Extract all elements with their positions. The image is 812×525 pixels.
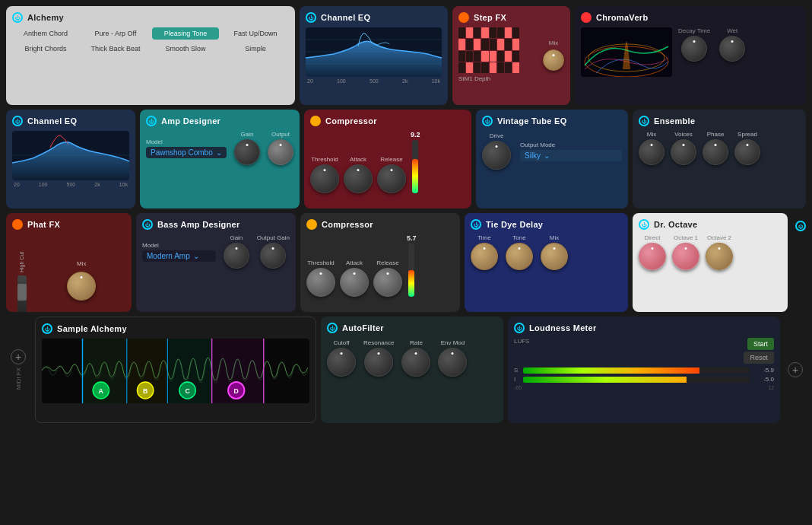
chroma-wet-label: Wet <box>727 27 737 34</box>
amp-model-select[interactable]: Pawnshop Combo ⌄ <box>146 147 227 158</box>
loudness-start-button[interactable]: Start <box>747 338 774 350</box>
auto-filter-power[interactable]: ⏻ <box>327 323 338 333</box>
bass-output-knob[interactable] <box>260 243 286 269</box>
comp-r2-attack-knob[interactable] <box>344 164 373 193</box>
tie-dye-tone-knob[interactable] <box>506 243 533 270</box>
dr-octave1-group: Octave 1 <box>672 234 699 270</box>
compressor-r2-power[interactable]: ⏻ <box>310 116 321 126</box>
loudness-s-row: S -5.9 <box>514 367 774 374</box>
comp-r3-attack-group: Attack <box>340 259 369 297</box>
loudness-i-bar <box>523 377 750 383</box>
comp-r2-attack-group: Attack <box>344 156 373 193</box>
loudness-min-label: -60 <box>514 385 522 390</box>
dr-direct-knob[interactable] <box>639 243 666 270</box>
chroma-decay-knob[interactable] <box>681 36 707 62</box>
preset-simple[interactable]: Simple <box>222 43 289 55</box>
ensemble-phase-knob[interactable] <box>703 139 728 165</box>
ensemble-voices-knob[interactable] <box>671 139 696 165</box>
compressor-r2-title: Compressor <box>325 116 377 126</box>
vintage-eq-power[interactable]: ⏻ <box>482 116 493 126</box>
dr-octave1-knob[interactable] <box>672 243 699 270</box>
bass-amp-power[interactable]: ⏻ <box>142 219 153 230</box>
chroma-wet-knob[interactable] <box>719 36 745 62</box>
alchemy-power[interactable]: ⏻ <box>12 12 23 23</box>
comp-r3-threshold-knob[interactable] <box>306 268 335 297</box>
loudness-reset-button[interactable]: Reset <box>744 352 774 364</box>
step-fx-power[interactable]: ⏻ <box>458 12 469 23</box>
comp-r2-release-knob[interactable] <box>377 164 406 193</box>
preset-fast-updown[interactable]: Fast Up/Down <box>222 27 289 40</box>
svg-text:C: C <box>185 387 190 395</box>
tie-dye-header: ⏻ Tie Dye Delay <box>471 219 622 230</box>
main-container: ⏻ Alchemy Anthem Chord Pure - Arp Off Pl… <box>0 0 812 525</box>
sample-alchemy-power[interactable]: ⏻ <box>42 323 52 334</box>
add-right-button[interactable]: + <box>788 362 803 377</box>
vintage-mode-select[interactable]: Silky ⌄ <box>520 150 622 161</box>
vintage-eq-header: ⏻ Vintage Tube EQ <box>482 116 622 126</box>
ensemble-power[interactable]: ⏻ <box>639 116 649 126</box>
phat-fx-power[interactable]: ⏻ <box>12 219 23 230</box>
channel-eq-r2-plugin: ⏻ Channel EQ 20 <box>6 110 135 208</box>
preset-pleasing-tone[interactable]: Pleasing Tone <box>152 27 219 40</box>
amp-output-knob[interactable] <box>268 139 293 165</box>
freq-r2-10k: 10k <box>119 182 128 187</box>
preset-thick-back[interactable]: Thick Back Beat <box>82 43 149 55</box>
chroma-decay-label: Decay Time <box>678 27 710 34</box>
channel-eq-r1-power[interactable]: ⏻ <box>306 12 316 23</box>
chroma-verb-title: ChromaVerb <box>596 13 648 22</box>
comp-r2-threshold-label: Threshold <box>311 156 338 163</box>
row1: ⏻ Alchemy Anthem Chord Pure - Arp Off Pl… <box>6 6 806 105</box>
sample-alchemy-waveform: A B C D <box>42 339 309 403</box>
step-fx-mix-knob[interactable] <box>543 49 564 71</box>
auto-filter-plugin: ⏻ AutoFilter Cutoff Resonance Rate Env M… <box>321 317 503 423</box>
comp-r3-attack-knob[interactable] <box>340 268 369 297</box>
af-resonance-group: Resonance <box>363 339 394 377</box>
loudness-power[interactable]: ⏻ <box>514 323 525 333</box>
af-resonance-knob[interactable] <box>364 348 393 377</box>
bass-output-group: Output Gain <box>257 234 290 269</box>
ensemble-plugin: ⏻ Ensemble Mix Voices Phase Spread <box>633 110 806 208</box>
af-envmod-knob[interactable] <box>438 348 467 377</box>
amp-gain-knob[interactable] <box>234 139 260 165</box>
ensemble-spread-knob[interactable] <box>734 139 760 165</box>
loudness-s-label: S <box>514 367 520 374</box>
preset-smooth-slow[interactable]: Smooth Slow <box>152 43 219 55</box>
channel-eq-r2-header: ⏻ Channel EQ <box>12 116 129 126</box>
amp-designer-power[interactable]: ⏻ <box>146 116 157 126</box>
bass-gain-knob[interactable] <box>224 243 249 269</box>
vintage-eq-title: Vintage Tube EQ <box>497 116 567 126</box>
af-rate-label: Rate <box>410 339 423 346</box>
preset-anthem-chord[interactable]: Anthem Chord <box>12 27 79 40</box>
vintage-drive-knob[interactable] <box>482 141 511 170</box>
dr-octave-power[interactable]: ⏻ <box>639 219 649 230</box>
tie-dye-mix-knob[interactable] <box>541 243 568 270</box>
compressor-r3-power[interactable]: ⏻ <box>306 219 317 230</box>
dr-direct-label: Direct <box>645 234 661 241</box>
comp-r3-threshold-group: Threshold <box>306 259 335 297</box>
phat-mix-knob[interactable] <box>67 272 96 301</box>
amp-model-label: Model <box>146 138 227 145</box>
preset-pure-arp[interactable]: Pure - Arp Off <box>82 27 149 40</box>
preset-bright-chords[interactable]: Bright Chords <box>12 43 79 55</box>
ensemble-voices-group: Voices <box>671 131 696 165</box>
freq-label-20: 20 <box>307 78 313 84</box>
dr-octave2-knob[interactable] <box>706 243 733 270</box>
step-fx-title: Step FX <box>474 13 506 22</box>
extra-power-r3[interactable]: ⏻ <box>795 221 806 231</box>
alchemy-plugin: ⏻ Alchemy Anthem Chord Pure - Arp Off Pl… <box>6 6 295 105</box>
ensemble-mix-knob[interactable] <box>639 139 665 165</box>
vintage-mode-label: Output Mode <box>520 142 622 148</box>
bass-amp-header: ⏻ Bass Amp Designer <box>142 219 290 230</box>
comp-r3-release-knob[interactable] <box>373 268 402 297</box>
compressor-r2-plugin: ⏻ Compressor Threshold Attack Release 9.… <box>304 110 471 208</box>
tie-dye-time-group: Time <box>471 234 498 270</box>
add-midi-fx-button[interactable]: + <box>11 349 26 364</box>
tie-dye-time-knob[interactable] <box>471 243 498 270</box>
af-rate-knob[interactable] <box>401 348 430 377</box>
tie-dye-power[interactable]: ⏻ <box>471 219 481 230</box>
af-cutoff-knob[interactable] <box>327 348 356 377</box>
bass-model-select[interactable]: Modern Amp ⌄ <box>142 250 216 262</box>
comp-r2-threshold-knob[interactable] <box>310 164 339 193</box>
chroma-verb-power[interactable]: ⏻ <box>581 12 592 23</box>
channel-eq-r2-power[interactable]: ⏻ <box>12 116 23 126</box>
